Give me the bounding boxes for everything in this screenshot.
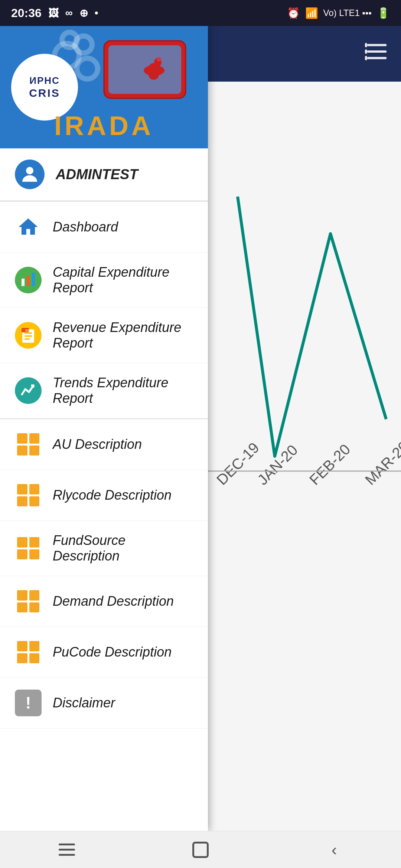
sidebar-item-capital-expenditure[interactable]: Capital Expenditure Report <box>0 253 208 308</box>
bottom-nav: ‹ <box>0 831 401 868</box>
demand-description-label: Demand Description <box>53 594 174 609</box>
svg-rect-0 <box>367 44 387 46</box>
fundsource-description-label: FundSource Description <box>53 533 193 564</box>
bg-header <box>200 26 401 82</box>
svg-rect-15 <box>27 276 30 286</box>
drawer: ИРНС CRIS IRADA <box>0 26 208 831</box>
infinity-icon: ∞ <box>65 7 73 19</box>
logo-text-cris: CRIS <box>29 87 60 99</box>
battery-icon: 🔋 <box>377 7 390 19</box>
sidebar-item-au-description[interactable]: AU Description <box>0 419 208 470</box>
wifi-icon: 📶 <box>305 7 318 19</box>
sidebar-item-pucode-description[interactable]: PuCode Description <box>0 627 208 678</box>
svg-rect-4 <box>365 49 367 54</box>
chart-label-dec19: DEC-19 <box>213 439 263 488</box>
chart-area: DEC-19 JAN-20 FEB-20 MAR-20 <box>200 82 401 831</box>
revenue-expenditure-label: Revenue Expenditure Report <box>53 320 193 351</box>
demand-grid-icon <box>15 588 42 615</box>
alarm-icon: ⏰ <box>287 7 300 19</box>
app-title: IRADA <box>0 111 208 141</box>
house-icon <box>15 214 42 240</box>
trends-expenditure-label: Trends Expenditure Report <box>53 375 193 406</box>
pucode-description-label: PuCode Description <box>53 644 172 660</box>
signal-icon: Vo) LTE1 ▪▪▪ <box>323 8 372 18</box>
svg-rect-5 <box>365 56 367 60</box>
recent-icon <box>59 844 75 856</box>
svg-point-13 <box>26 167 33 174</box>
svg-rect-19 <box>25 335 32 337</box>
disclaimer-icon: ! <box>15 690 42 716</box>
image-icon: 🖼 <box>48 7 59 19</box>
chart-green-icon <box>15 267 42 293</box>
status-bar-right: ⏰ 📶 Vo) LTE1 ▪▪▪ 🔋 <box>287 7 390 19</box>
chart-label-mar20: MAR-20 <box>362 438 401 488</box>
recent-button[interactable] <box>52 839 82 861</box>
svg-rect-14 <box>22 279 25 286</box>
dot-icon: • <box>95 7 98 19</box>
trend-teal-icon <box>15 377 42 404</box>
disclaimer-label: Disclaimer <box>53 695 115 711</box>
home-button[interactable] <box>186 839 215 861</box>
svg-text:RPT: RPT <box>25 329 33 333</box>
time-display: 20:36 <box>11 6 42 20</box>
capital-expenditure-label: Capital Expenditure Report <box>53 264 193 296</box>
drawer-header: ИРНС CRIS IRADA <box>0 26 208 148</box>
user-name: ADMINTEST <box>56 167 138 183</box>
svg-rect-3 <box>365 43 367 47</box>
fundsource-grid-icon <box>15 535 42 562</box>
svg-rect-16 <box>32 273 35 286</box>
sidebar-item-disclaimer[interactable]: ! Disclaimer <box>0 678 208 729</box>
list-icon <box>364 39 390 69</box>
au-description-label: AU Description <box>53 437 142 452</box>
sidebar-item-trends-expenditure[interactable]: Trends Expenditure Report <box>0 363 208 418</box>
back-icon: ‹ <box>332 842 337 858</box>
rlycode-description-label: Rlycode Description <box>53 487 172 503</box>
rlycode-grid-icon <box>15 482 42 509</box>
sidebar-item-rlycode-description[interactable]: Rlycode Description <box>0 470 208 521</box>
logo-text-top: ИРНС <box>29 75 60 86</box>
asterisk-icon: ⊕ <box>79 7 88 19</box>
report-yellow-icon: RPT <box>15 322 42 349</box>
sidebar-item-fundsource-description[interactable]: FundSource Description <box>0 521 208 576</box>
home-icon <box>192 842 209 858</box>
avatar <box>15 160 45 189</box>
dashboard-label: Dashboard <box>53 219 118 235</box>
chart-label-feb20: FEB-20 <box>306 441 353 488</box>
tablet-graphic <box>97 37 200 113</box>
svg-rect-2 <box>367 57 387 59</box>
sidebar-item-demand-description[interactable]: Demand Description <box>0 576 208 627</box>
status-bar-left: 20:36 🖼 ∞ ⊕ • <box>11 6 98 20</box>
svg-rect-1 <box>367 50 387 53</box>
gear-circle-4 <box>59 30 80 50</box>
back-button[interactable]: ‹ <box>319 839 349 861</box>
svg-point-12 <box>157 57 161 62</box>
sidebar-item-revenue-expenditure[interactable]: RPT Revenue Expenditure Report <box>0 308 208 363</box>
pucode-grid-icon <box>15 639 42 665</box>
user-row: ADMINTEST <box>0 148 208 201</box>
au-grid-icon <box>15 431 42 458</box>
svg-rect-20 <box>25 338 30 340</box>
status-bar: 20:36 🖼 ∞ ⊕ • ⏰ 📶 Vo) LTE1 ▪▪▪ 🔋 <box>0 0 401 26</box>
sidebar-item-dashboard[interactable]: Dashboard <box>0 202 208 253</box>
